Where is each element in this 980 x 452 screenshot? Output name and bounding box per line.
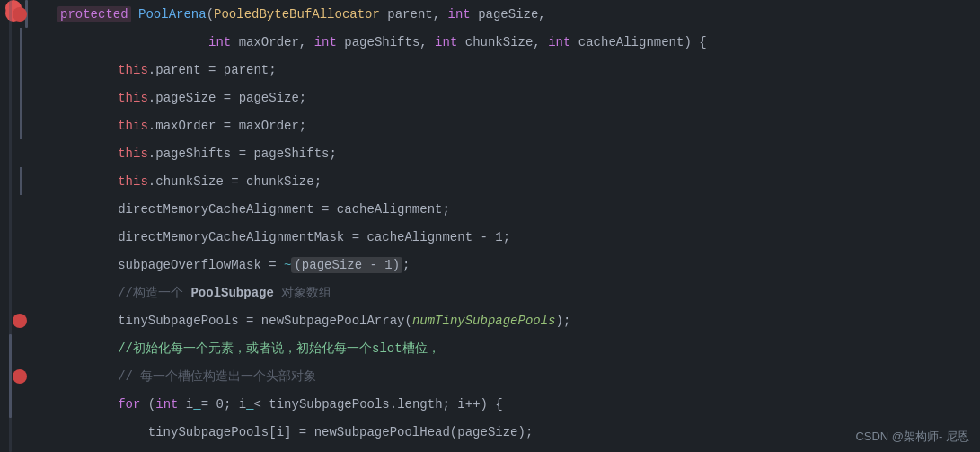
code-line-13: //初始化每一个元素，或者说，初始化每一个slot槽位， (54, 334, 971, 362)
code-line-5: this .maxOrder = maxOrder; (54, 111, 971, 139)
code-editor: protected PoolArena ( PooledByteBufAlloc… (0, 0, 980, 452)
code-line-1: protected PoolArena ( PooledByteBufAlloc… (54, 0, 971, 28)
breakpoint-12[interactable] (13, 314, 27, 328)
code-line-16: tinySubpagePools[i] = newSubpagePoolHead… (54, 418, 971, 446)
code-line-8: directMemoryCacheAlignment = cacheAlignm… (54, 195, 971, 223)
code-line-9: directMemoryCacheAlignmentMask = cacheAl… (54, 223, 971, 251)
code-line-12: tinySubpagePools = newSubpagePoolArray( … (54, 306, 971, 334)
code-line-17: } (54, 446, 971, 452)
code-line-11: //构造一个 PoolSubpage 对象数组 (54, 279, 971, 306)
code-line-7: this .chunkSize = chunkSize; (54, 167, 971, 195)
code-line-3: this .parent = parent; (54, 56, 971, 84)
token-protected: protected (57, 6, 131, 22)
breakpoint-1[interactable] (13, 7, 27, 22)
code-line-10: subpageOverflowMask = ~ (pageSize - 1) ; (54, 251, 971, 279)
code-line-14: // 每一个槽位构造出一个头部对象 (54, 362, 971, 390)
fold-marker-method (9, 0, 12, 452)
code-line-4: this .pageSize = pageSize; (54, 84, 971, 111)
code-line-2: int maxOrder, int pageShifts, int chunkS… (54, 28, 971, 56)
code-line-15: for ( int i = 0; i < tinySubpagePools.le… (54, 390, 971, 418)
breakpoint-15[interactable] (13, 369, 27, 384)
watermark: CSDN @架构师- 尼恩 (855, 429, 969, 445)
code-line-6: this .pageShifts = pageShifts; (54, 139, 971, 167)
gutter (0, 0, 45, 452)
code-lines: protected PoolArena ( PooledByteBufAlloc… (45, 0, 980, 452)
